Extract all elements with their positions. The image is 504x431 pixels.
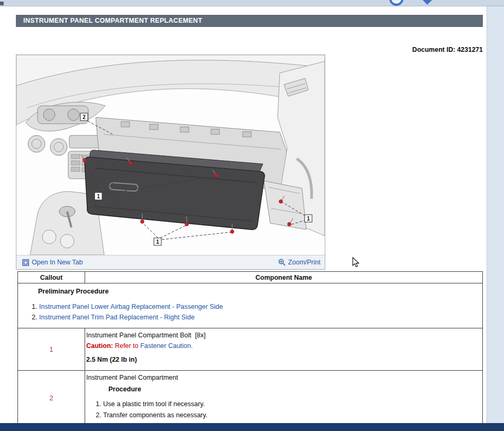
instrument-panel-diagram: 2 1 1 1	[16, 55, 325, 255]
mouse-cursor	[352, 257, 360, 268]
list-item: Instrument Panel Lower Airbag Replacemen…	[39, 301, 477, 312]
open-in-new-tab-link[interactable]: Open In New Tab	[22, 259, 83, 266]
component-name: Instrument Panel Compartment	[86, 372, 478, 383]
open-in-new-tab-icon	[22, 259, 29, 266]
zoom-icon	[278, 259, 286, 266]
procedure-step: Use a plastic trim tool if necessary.	[103, 399, 478, 410]
figure-callout-label: 2	[83, 114, 86, 120]
figure-callout-label: 1	[97, 194, 100, 199]
callout-column-header: Callout	[18, 272, 85, 283]
chrome-fleck	[0, 2, 4, 5]
caution-line: Caution: Refer to Fastener Caution.	[86, 341, 478, 351]
procedure-title: Procedure	[108, 384, 478, 395]
notification-icon[interactable]	[389, 0, 404, 6]
preliminary-link-airbag[interactable]: Instrument Panel Lower Airbag Replacemen…	[39, 303, 223, 310]
caution-text: Refer to	[115, 342, 138, 350]
figure-toolbar: Open In New Tab Zoom/Print	[16, 255, 325, 269]
fastener-caution-link[interactable]: Fastener Caution.	[140, 342, 193, 350]
torque-spec: 2.5 Nm (22 lb in)	[86, 356, 478, 363]
browser-chrome-strip	[0, 0, 504, 6]
preliminary-link-trim-pad[interactable]: Instrument Panel Trim Pad Replacement - …	[39, 314, 195, 321]
list-item: Instrument Panel Trim Pad Replacement - …	[39, 312, 477, 323]
document-id: Document ID: 4231271	[413, 46, 483, 53]
callout-number: 2	[18, 371, 85, 426]
procedure-step: Transfer components as necessary.	[103, 410, 478, 421]
table-row: 2 Instrument Panel Compartment Procedure…	[18, 371, 483, 426]
preliminary-procedure-title: Preliminary Procedure	[38, 288, 477, 295]
procedure-step-list: Use a plastic trim tool if necessary. Tr…	[90, 399, 478, 421]
scrollbar-track[interactable]	[487, 6, 504, 423]
callout-table: Callout Component Name Preliminary Proce…	[17, 271, 483, 426]
caution-label: Caution:	[86, 342, 113, 350]
section-header: INSTRUMENT PANEL COMPARTMENT REPLACEMENT	[16, 15, 483, 27]
zoom-print-link[interactable]: Zoom/Print	[278, 259, 320, 266]
preliminary-procedure-list: Instrument Panel Lower Airbag Replacemen…	[26, 301, 477, 323]
figure-callout-label: 1	[307, 216, 310, 222]
open-in-new-tab-label: Open In New Tab	[32, 259, 83, 266]
callout-number: 1	[18, 328, 85, 371]
bookmark-icon[interactable]	[422, 0, 433, 5]
preliminary-procedure-row: Preliminary Procedure Instrument Panel L…	[18, 283, 483, 328]
table-row: 1 Instrument Panel Compartment Bolt [8x]…	[18, 328, 483, 371]
footer-bar	[0, 423, 504, 431]
figure-callout-label: 1	[156, 239, 159, 245]
component-name: Instrument Panel Compartment Bolt [8x]	[86, 330, 478, 341]
figure-container: 2 1 1 1 Open In New Tab Zoom/Print	[16, 54, 325, 270]
component-column-header: Component Name	[85, 272, 483, 283]
zoom-print-label: Zoom/Print	[288, 259, 320, 266]
table-header-row: Callout Component Name	[18, 272, 483, 283]
